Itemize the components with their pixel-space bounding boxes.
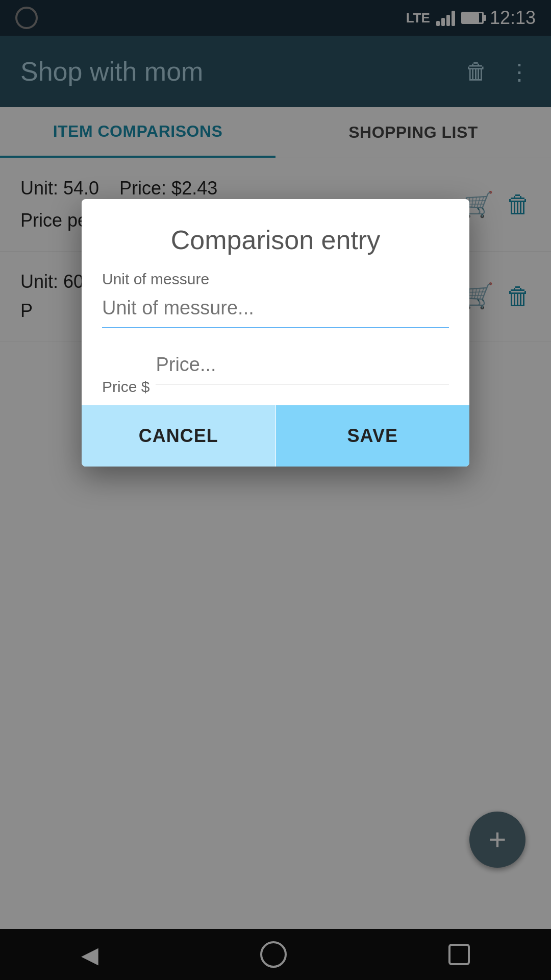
price-label: Price $ [102,378,149,405]
price-input[interactable] [156,349,449,384]
dialog-overlay: Comparison entry Unit of messure Price $… [0,0,551,980]
unit-field-label: Unit of messure [102,271,449,288]
dialog-buttons: CANCEL SAVE [82,405,469,467]
save-button[interactable]: SAVE [276,405,470,467]
unit-of-measure-input[interactable] [102,292,449,328]
dialog-title: Comparison entry [82,199,469,271]
dialog-body: Unit of messure Price $ [82,271,469,405]
cancel-button[interactable]: CANCEL [82,405,276,467]
comparison-entry-dialog: Comparison entry Unit of messure Price $… [82,199,469,467]
price-field-row: Price $ [102,349,449,405]
